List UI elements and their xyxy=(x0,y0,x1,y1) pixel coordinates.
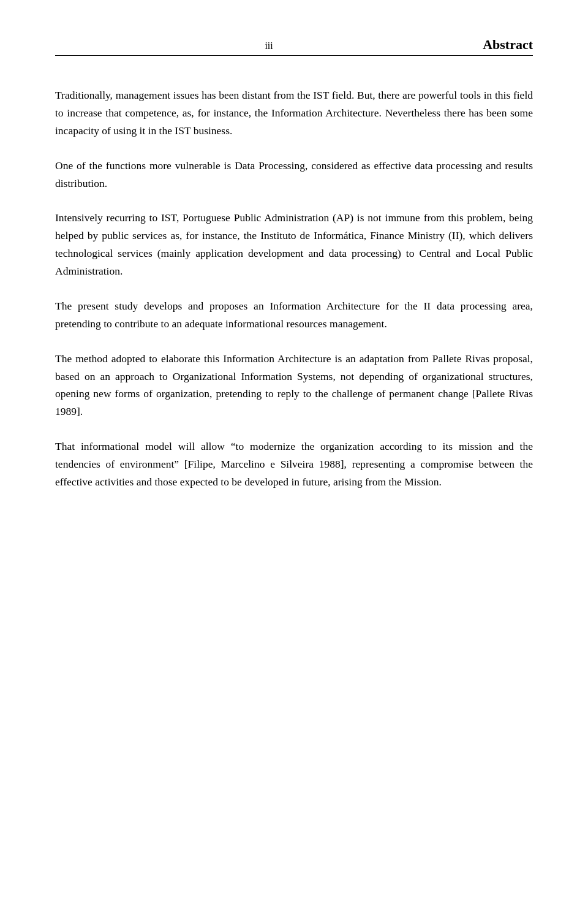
paragraph-5: The method adopted to elaborate this Inf… xyxy=(55,350,533,421)
paragraph-1: Traditionally, management issues has bee… xyxy=(55,86,533,140)
page: iii Abstract Traditionally, management i… xyxy=(0,0,588,923)
paragraph-2: One of the functions more vulnerable is … xyxy=(55,157,533,192)
page-title: Abstract xyxy=(483,37,533,53)
paragraph-6: That informational model will allow “to … xyxy=(55,438,533,491)
paragraph-4: The present study develops and proposes … xyxy=(55,297,533,333)
page-header: iii Abstract xyxy=(55,37,533,56)
page-number: iii xyxy=(55,40,483,51)
paragraph-3: Intensively recurring to IST, Portuguese… xyxy=(55,209,533,280)
abstract-content: Traditionally, management issues has bee… xyxy=(55,86,533,491)
